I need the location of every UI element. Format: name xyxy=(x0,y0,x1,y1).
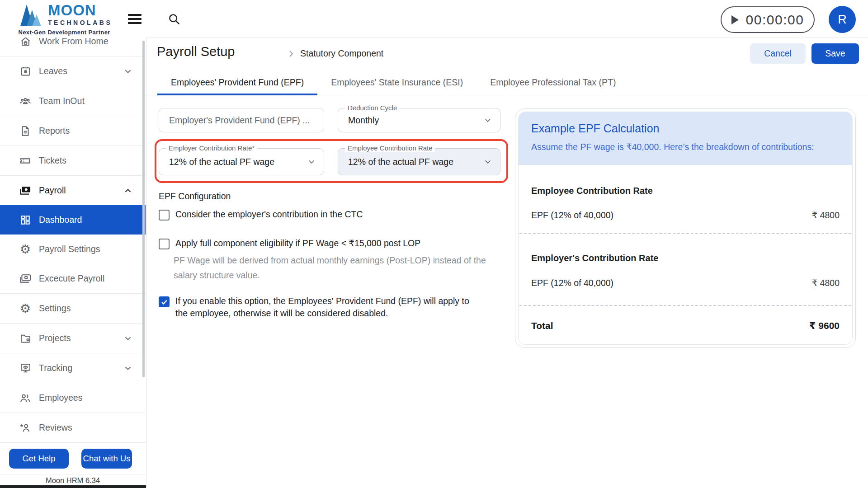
tab-bar: Employees' Provident Fund (EPF) Employee… xyxy=(146,71,868,95)
sidebar-item-label: Excecute Payroll xyxy=(39,273,104,284)
sidebar-item-tracking[interactable]: Tracking xyxy=(0,353,146,383)
checkbox-unchecked-icon[interactable] xyxy=(159,210,170,221)
person-star-icon xyxy=(19,422,32,434)
cancel-button[interactable]: Cancel xyxy=(750,43,806,64)
sidebar-item-team-inout[interactable]: Team InOut xyxy=(0,86,146,116)
chevron-down-icon xyxy=(483,157,493,167)
example-epf-card-inner: Example EPF Calculation Assume the PF wa… xyxy=(518,112,853,345)
checkbox-row-ctc[interactable]: Consider the employer's contribution in … xyxy=(159,210,363,221)
employee-contribution-heading: Employee Contribution Rate xyxy=(531,186,653,196)
checkbox-row-enable-epf[interactable]: If you enable this option, the Employees… xyxy=(159,296,472,319)
sidebar-scrollbar[interactable] xyxy=(142,41,145,377)
employer-contribution-rate-value: 12% of the actual PF wage xyxy=(169,157,274,167)
sidebar: Work From Home Leaves Team InOut Reports xyxy=(0,0,146,488)
total-label: Total xyxy=(531,320,553,331)
chat-with-us-button[interactable]: Chat with Us xyxy=(81,449,132,469)
pf-wage-helper-text: PF Wage will be derived from actual mont… xyxy=(174,253,504,283)
chevron-down-icon xyxy=(307,157,316,167)
dashboard-icon xyxy=(19,214,32,226)
avatar[interactable]: R xyxy=(829,6,856,33)
sidebar-item-payroll-settings[interactable]: ⚙︎ Payroll Settings xyxy=(0,235,146,264)
sidebar-item-label: Payroll xyxy=(39,185,66,196)
sidebar-item-dashboard[interactable]: Dashboard xyxy=(0,205,146,235)
sidebar-item-leaves[interactable]: Leaves xyxy=(0,56,146,86)
sidebar-item-projects[interactable]: Projects xyxy=(0,324,146,353)
dashed-divider xyxy=(519,233,851,234)
sidebar-footer-divider xyxy=(0,474,146,474)
employee-contribution-rate-select[interactable]: Employee Contribution Rate 12% of the ac… xyxy=(338,148,500,175)
ticket-icon xyxy=(19,155,32,167)
chevron-down-icon xyxy=(123,333,133,343)
tab-pt[interactable]: Employee Professional Tax (PT) xyxy=(476,71,629,95)
document-icon xyxy=(19,125,32,137)
chevron-down-icon xyxy=(123,363,133,373)
groups-icon xyxy=(19,95,32,108)
employer-contribution-rate-label: Employer Contribution Rate* xyxy=(166,144,257,152)
sidebar-item-label: Leaves xyxy=(39,66,67,76)
employer-contribution-rate-select[interactable]: Employer Contribution Rate* 12% of the a… xyxy=(159,148,324,175)
row-amount: ₹ 4800 xyxy=(812,210,840,221)
search-icon[interactable] xyxy=(167,12,181,26)
brand-name: MOON xyxy=(48,3,96,18)
sidebar-item-tickets[interactable]: Tickets xyxy=(0,146,146,176)
page-title: Payroll Setup xyxy=(157,44,235,59)
example-card-title: Example EPF Calculation xyxy=(531,122,840,135)
total-row: Total ₹ 9600 xyxy=(531,320,840,331)
sidebar-item-employees[interactable]: Employees xyxy=(0,383,146,413)
timer-value: 00:00:00 xyxy=(746,12,804,28)
payments-icon xyxy=(19,184,32,197)
sidebar-item-label: Employees xyxy=(39,393,82,403)
mountain-logo-icon xyxy=(16,4,44,27)
sidebar-item-reports[interactable]: Reports xyxy=(0,116,146,146)
checkbox-label: Apply full component eligibility if PF W… xyxy=(175,237,420,249)
employee-contribution-rate-label: Employee Contribution Rate xyxy=(345,144,435,152)
tab-epf[interactable]: Employees' Provident Fund (EPF) xyxy=(157,71,317,95)
sidebar-item-label: Dashboard xyxy=(39,215,82,225)
save-button[interactable]: Save xyxy=(811,43,859,64)
play-icon[interactable] xyxy=(731,15,739,24)
brand-name-secondary: TECHNOLABS xyxy=(48,19,112,26)
total-amount: ₹ 9600 xyxy=(809,320,840,331)
sidebar-item-payroll[interactable]: Payroll xyxy=(0,176,146,205)
sidebar-item-reviews[interactable]: Reviews xyxy=(0,413,146,443)
hamburger-menu-icon[interactable] xyxy=(128,14,142,26)
deduction-cycle-label: Deduction Cycle xyxy=(345,104,400,112)
chevron-right-icon xyxy=(286,48,297,59)
checkbox-row-eligibility[interactable]: Apply full component eligibility if PF W… xyxy=(159,239,420,249)
calendar-icon xyxy=(19,65,32,77)
sidebar-item-label: Payroll Settings xyxy=(39,244,100,254)
deduction-cycle-value: Monthly xyxy=(348,115,379,126)
dashed-divider xyxy=(519,305,851,306)
chevron-down-icon xyxy=(123,66,133,76)
sidebar-item-label: Reviews xyxy=(39,422,72,433)
gear-icon: ⚙︎ xyxy=(19,302,32,314)
people-icon xyxy=(19,392,32,404)
sidebar-item-label: Team InOut xyxy=(39,96,85,106)
sidebar-item-settings[interactable]: ⚙︎ Settings xyxy=(0,294,146,324)
sidebar-nav: Work From Home Leaves Team InOut Reports xyxy=(0,27,146,443)
brand-tagline: Next-Gen Development Partner xyxy=(18,29,110,36)
breadcrumb: Statutory Component xyxy=(300,48,383,59)
sidebar-item-label: Reports xyxy=(39,126,70,136)
tab-esi[interactable]: Employees' State Insurance (ESI) xyxy=(317,71,476,95)
topbar: 00:00:00 R xyxy=(146,0,868,38)
epf-name-field[interactable]: Employer's Provident Fund (EPF) ... xyxy=(159,108,324,132)
timer-widget[interactable]: 00:00:00 xyxy=(721,6,815,33)
example-card-subtitle: Assume the PF wage is ₹40,000. Here’s th… xyxy=(531,142,840,152)
employer-contribution-heading: Employer's Contribution Rate xyxy=(531,253,658,263)
get-help-button[interactable]: Get Help xyxy=(9,449,69,469)
row-label: EPF (12% of 40,000) xyxy=(531,278,613,288)
employer-contribution-row: EPF (12% of 40,000) ₹ 4800 xyxy=(531,278,840,288)
checkbox-checked-icon[interactable] xyxy=(159,296,170,307)
employee-contribution-row: EPF (12% of 40,000) ₹ 4800 xyxy=(531,210,840,221)
checkbox-label: If you enable this option, the Employees… xyxy=(175,295,472,319)
sidebar-item-label: Projects xyxy=(39,333,71,343)
checkbox-unchecked-icon[interactable] xyxy=(159,239,170,249)
employee-contribution-rate-value: 12% of the actual PF wage xyxy=(348,157,453,167)
chevron-down-icon xyxy=(483,115,493,125)
bottom-strip xyxy=(0,485,146,488)
deduction-cycle-select[interactable]: Deduction Cycle Monthly xyxy=(338,108,500,132)
epf-name-value: Employer's Provident Fund (EPF) ... xyxy=(169,115,310,126)
sidebar-item-excecute-payroll[interactable]: Excecute Payroll xyxy=(0,264,146,294)
gear-icon: ⚙︎ xyxy=(19,243,32,255)
